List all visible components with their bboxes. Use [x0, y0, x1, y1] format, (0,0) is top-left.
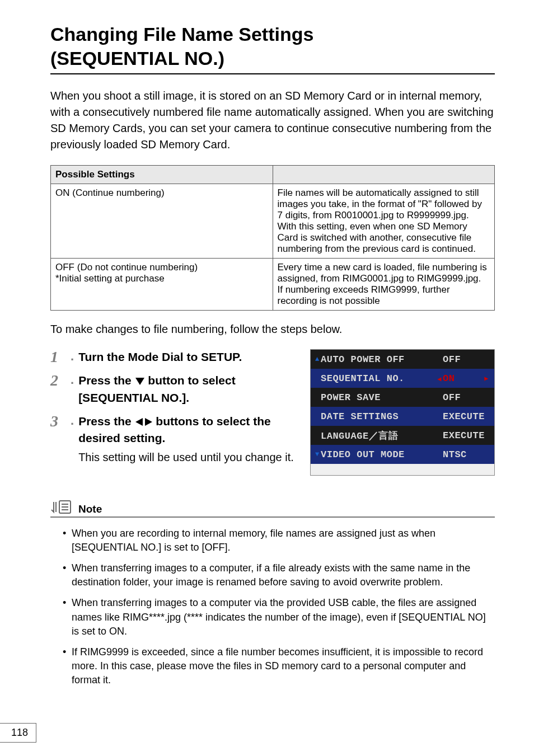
menu-row: ▼VIDEO OUT MODENTSC — [311, 445, 494, 464]
note-icon — [50, 499, 73, 515]
menu-item-label: AUTO POWER OFF — [321, 354, 439, 365]
table-row: OFF (Do not continue numbering) *Initial… — [51, 259, 495, 311]
menu-item-label: VIDEO OUT MODE — [321, 449, 439, 460]
setting-label: ON (Continue numbering) — [51, 184, 273, 259]
list-item: When transferring images to a computer v… — [63, 596, 495, 638]
list-item: When transferring images to a computer, … — [63, 561, 495, 589]
menu-item-label: SEQUENTIAL NO. — [321, 373, 433, 384]
down-arrow-icon — [135, 374, 145, 389]
svg-marker-0 — [135, 378, 144, 385]
setting-desc: File names will be automatically assigne… — [273, 184, 495, 259]
svg-marker-1 — [135, 418, 143, 426]
settings-header: Possible Settings — [51, 166, 273, 184]
title-line1: Changing File Name Settings — [50, 24, 313, 45]
menu-item-value: ◀ON — [433, 373, 483, 384]
list-item: When you are recording to internal memor… — [63, 527, 495, 555]
table-row: ON (Continue numbering) File names will … — [51, 184, 495, 259]
menu-row: DATE SETTINGSEXECUTE — [311, 407, 494, 426]
menu-row: POWER SAVEOFF — [311, 388, 494, 407]
menu-row: SEQUENTIAL NO.◀ON▶ — [311, 369, 494, 388]
step-number: 1 — [50, 349, 71, 365]
settings-table: Possible Settings ON (Continue numbering… — [50, 165, 495, 311]
menu-item-value: NTSC — [439, 449, 490, 460]
menu-bottom-bar — [311, 464, 494, 475]
note-heading: Note — [50, 499, 495, 518]
step-text-pre: Press the — [78, 415, 134, 428]
after-table-text: To make changes to file numbering, follo… — [50, 323, 495, 336]
notes-list: When you are recording to internal memor… — [50, 527, 495, 688]
camera-menu-screenshot: ▲AUTO POWER OFFOFFSEQUENTIAL NO.◀ON▶POWE… — [310, 349, 495, 476]
setting-label: OFF (Do not continue numbering) *Initial… — [51, 259, 273, 311]
scroll-up-icon: ▲ — [315, 355, 321, 363]
intro-paragraph: When you shoot a still image, it is stor… — [50, 88, 495, 153]
menu-item-value: OFF — [439, 392, 490, 403]
settings-header-empty — [273, 166, 495, 184]
step-2: 2. Press the button to select [SEQUENTIA… — [50, 373, 299, 406]
manual-page: Changing File Name Settings (SEQUENTIAL … — [0, 0, 534, 756]
menu-row: ▲AUTO POWER OFFOFF — [311, 350, 494, 369]
menu-item-value: OFF — [439, 354, 490, 365]
steps-list: 1. Turn the Mode Dial to SETUP. 2. Press… — [50, 349, 299, 465]
step-text-post: . — [238, 350, 242, 363]
right-arrow-icon: ▶ — [483, 374, 490, 383]
left-right-arrow-icon — [135, 415, 153, 430]
menu-item-label: LANGUAGE／言語 — [321, 429, 439, 442]
scroll-down-icon: ▼ — [315, 450, 321, 458]
svg-marker-2 — [145, 418, 152, 426]
step-text-bold: SETUP — [201, 350, 238, 363]
step-text-pre: Turn the Mode Dial to — [78, 350, 201, 363]
step-number: 3 — [50, 414, 71, 429]
title-line2: (SEQUENTIAL NO.) — [50, 48, 224, 69]
step-subtext: This setting will be used until you chan… — [78, 450, 299, 465]
menu-item-value: EXECUTE — [439, 430, 490, 441]
step-text-pre: Press the — [78, 374, 134, 387]
menu-item-value: EXECUTE — [439, 411, 490, 422]
setting-desc: Every time a new card is loaded, file nu… — [273, 259, 495, 311]
title-rule — [50, 73, 495, 74]
note-label: Note — [78, 503, 102, 515]
step-1: 1. Turn the Mode Dial to SETUP. — [50, 349, 299, 365]
page-number: 118 — [0, 723, 36, 743]
menu-row: LANGUAGE／言語EXECUTE — [311, 426, 494, 445]
step-3: 3. Press the buttons to select the desir… — [50, 414, 299, 465]
page-title: Changing File Name Settings (SEQUENTIAL … — [50, 22, 495, 70]
menu-item-label: DATE SETTINGS — [321, 411, 439, 422]
list-item: If RIMG9999 is exceeded, since a file nu… — [63, 645, 495, 688]
menu-item-label: POWER SAVE — [321, 392, 439, 403]
step-number: 2 — [50, 373, 71, 388]
